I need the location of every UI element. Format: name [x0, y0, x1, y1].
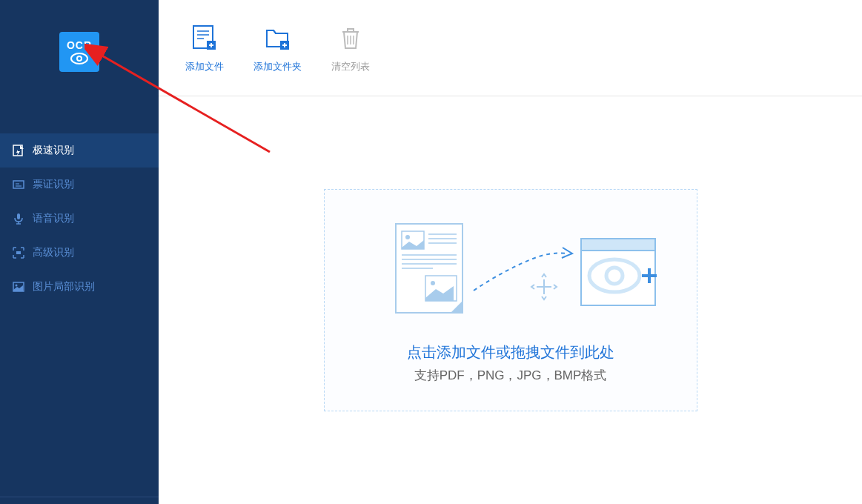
file-dropzone[interactable]: 点击添加文件或拖拽文件到此处 支持PDF，PNG，JPG，BMP格式 [324, 189, 697, 411]
voice-recognition-icon [12, 212, 25, 225]
dropzone-subtitle: 支持PDF，PNG，JPG，BMP格式 [414, 367, 607, 384]
logo-text: OCR [67, 39, 92, 51]
advanced-recognition-icon [12, 246, 25, 259]
toolbar-label: 清空列表 [331, 60, 370, 73]
eye-icon [70, 53, 88, 64]
sidebar-item-advanced-recognition[interactable]: 高级识别 [0, 236, 159, 270]
sidebar-item-voice-recognition[interactable]: 语音识别 [0, 202, 159, 236]
toolbar-label: 添加文件 [185, 60, 224, 73]
sidebar-item-fast-recognition[interactable]: 极速识别 [0, 133, 159, 168]
sidebar-item-ticket-recognition[interactable]: 票证识别 [0, 168, 159, 202]
svg-rect-42 [581, 239, 655, 251]
sidebar-item-label: 票证识别 [33, 178, 74, 191]
toolbar-label: 添加文件夹 [253, 60, 302, 73]
sidebar-item-image-region-recognition[interactable]: 图片局部识别 [0, 270, 159, 304]
fast-recognition-icon [12, 144, 25, 157]
toolbar: 添加文件 添加文件夹 清空列表 [159, 0, 862, 96]
app-logo: OCR [59, 32, 99, 72]
sidebar-item-label: 高级识别 [33, 246, 74, 259]
svg-point-12 [16, 285, 18, 287]
svg-rect-10 [16, 251, 21, 254]
svg-point-2 [78, 57, 81, 60]
sidebar-footer-divider [0, 497, 159, 504]
add-file-button[interactable]: 添加文件 [185, 23, 224, 73]
dropzone-illustration [359, 216, 663, 328]
sidebar-item-label: 图片局部识别 [33, 280, 95, 294]
sidebar-item-label: 极速识别 [33, 144, 74, 157]
add-folder-button[interactable]: 添加文件夹 [253, 23, 302, 73]
content-area: 点击添加文件或拖拽文件到此处 支持PDF，PNG，JPG，BMP格式 [159, 96, 862, 504]
logo-area: OCR [0, 0, 159, 104]
clear-list-button[interactable]: 清空列表 [331, 23, 370, 73]
svg-point-29 [405, 235, 410, 239]
svg-point-38 [431, 281, 435, 285]
main-area: 添加文件 添加文件夹 清空列表 [159, 0, 862, 504]
svg-rect-4 [13, 181, 24, 188]
add-folder-icon [264, 23, 292, 51]
ticket-recognition-icon [12, 178, 25, 191]
image-region-icon [12, 280, 25, 294]
dropzone-title: 点击添加文件或拖拽文件到此处 [407, 342, 614, 362]
add-file-icon [190, 23, 219, 51]
svg-rect-7 [17, 213, 20, 219]
trash-icon [336, 23, 365, 51]
nav-list: 极速识别 票证识别 语音识别 高级识别 图片局部识别 [0, 133, 159, 304]
sidebar: OCR 极速识别 票证识别 语音识别 [0, 0, 159, 504]
sidebar-item-label: 语音识别 [33, 212, 74, 225]
